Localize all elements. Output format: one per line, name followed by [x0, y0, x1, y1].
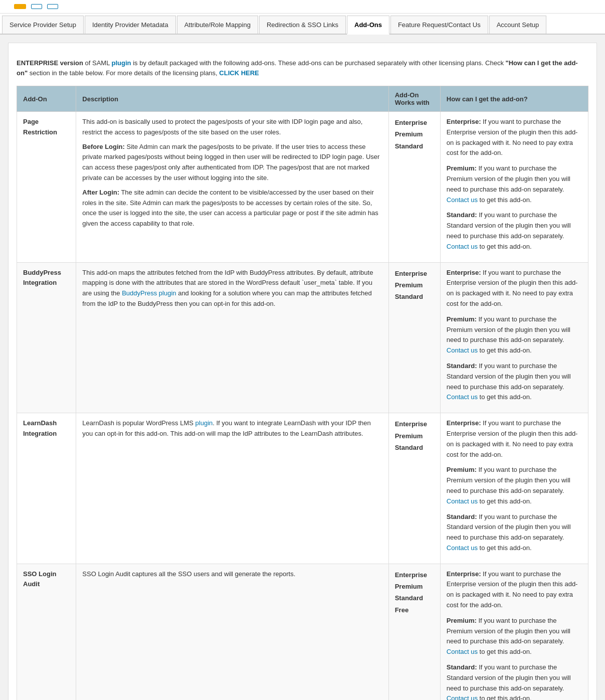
how-can-i-get-strong: "How can I get the add-on" [17, 59, 578, 77]
tab-service-provider[interactable]: Service Provider Setup [2, 16, 84, 34]
tab-identity-provider[interactable]: Identity Provider Metadata [85, 16, 176, 34]
table-header-0: Add-On [17, 86, 76, 112]
table-header: Add-OnDescriptionAdd-On Works withHow ca… [17, 86, 588, 112]
tab-feature-request[interactable]: Feature Request/Contact Us [390, 16, 488, 34]
works-with-item: Enterprise [395, 117, 434, 128]
addon-works-with-cell: EnterprisePremiumStandard [388, 112, 440, 263]
works-with-item: Premium [395, 430, 434, 442]
works-with-item: Standard [395, 592, 434, 604]
addon-name: Page Restriction [23, 118, 57, 136]
how-block-1: Premium: If you want to purchase the Pre… [447, 616, 582, 657]
saml-plugin-link[interactable]: plugin [112, 59, 131, 67]
how-label: Standard: [447, 513, 477, 520]
enterprise-strong: ENTERPRISE version [17, 59, 83, 67]
addon-name: BuddyPress Integration [23, 269, 61, 287]
how-block-1: Premium: If you want to purchase the Pre… [447, 465, 582, 506]
how-label: Enterprise: [447, 118, 481, 125]
works-with-item: Standard [395, 291, 434, 302]
how-block-0: Enterprise: If you want to purchase the … [447, 569, 582, 611]
ask-questions-link[interactable] [47, 4, 58, 9]
addon-how-cell: Enterprise: If you want to purchase the … [440, 413, 588, 564]
desc-para: LearnDash is popular WordPress LMS plugi… [82, 418, 382, 439]
contact-link[interactable]: Contact us [447, 393, 478, 401]
addon-name-cell: LearnDash Integration [17, 413, 76, 564]
addon-works-with-cell: EnterprisePremiumStandardFree [388, 564, 440, 700]
table-header-3: How can I get the add-on? [440, 86, 588, 112]
table-row: SSO Login AuditSSO Login Audit captures … [17, 564, 588, 700]
header [0, 0, 605, 14]
content-box: ENTERPRISE version of SAML plugin is by … [8, 43, 597, 700]
tab-redirection-sso[interactable]: Redirection & SSO Links [259, 16, 346, 34]
addons-table: Add-OnDescriptionAdd-On Works withHow ca… [17, 86, 588, 700]
table-body: Page RestrictionThis add-on is basically… [17, 112, 588, 701]
desc-labeled-para: Before Login: Site Admin can mark the pa… [82, 142, 382, 184]
main-content: ENTERPRISE version of SAML plugin is by … [0, 35, 605, 700]
para-label: After Login: [82, 189, 119, 196]
contact-link[interactable]: Contact us [447, 694, 478, 700]
table-header-2: Add-On Works with [388, 86, 440, 112]
addon-how-cell: Enterprise: If you want to purchase the … [440, 112, 588, 263]
desc-para: This add-on maps the attributes fetched … [82, 268, 382, 309]
how-block-2: Standard: If you want to purchase the St… [447, 512, 582, 554]
addon-works-with-cell: EnterprisePremiumStandard [388, 262, 440, 413]
how-label: Premium: [447, 617, 477, 624]
how-block-2: Standard: If you want to purchase the St… [447, 210, 582, 252]
addon-description-cell: This add-on maps the attributes fetched … [76, 262, 388, 413]
how-block-1: Premium: If you want to purchase the Pre… [447, 314, 582, 356]
table-row: Page RestrictionThis add-on is basically… [17, 112, 588, 263]
how-label: Premium: [447, 466, 477, 473]
table-row: BuddyPress IntegrationThis add-on maps t… [17, 262, 588, 413]
works-with-item: Premium [395, 279, 434, 291]
works-with-item: Enterprise [395, 569, 434, 581]
contact-link[interactable]: Contact us [447, 497, 478, 505]
works-with-item: Free [395, 604, 434, 616]
addon-name: SSO Login Audit [23, 570, 56, 588]
desc-para: This add-on is basically used to protect… [82, 117, 382, 138]
addon-how-cell: Enterprise: If you want to purchase the … [440, 262, 588, 413]
how-block-1: Premium: If you want to purchase the Pre… [447, 163, 582, 205]
works-with-item: Premium [395, 581, 434, 592]
licensing-plan-button[interactable] [14, 4, 26, 9]
how-block-0: Enterprise: If you want to purchase the … [447, 268, 582, 309]
works-with-item: Premium [395, 128, 434, 140]
works-with-item: Standard [395, 140, 434, 152]
table-header-1: Description [76, 86, 388, 112]
tab-attribute-role[interactable]: Attribute/Role Mapping [177, 16, 258, 34]
faq-link[interactable] [31, 4, 42, 9]
how-label: Premium: [447, 164, 477, 172]
addon-name-cell: BuddyPress Integration [17, 262, 76, 413]
addon-description-cell: This add-on is basically used to protect… [76, 112, 388, 263]
desc-link[interactable]: plugin [195, 419, 213, 427]
how-block-2: Standard: If you want to purchase the St… [447, 662, 582, 700]
how-label: Standard: [447, 211, 477, 219]
addon-works-with-cell: EnterprisePremiumStandard [388, 413, 440, 564]
how-label: Standard: [447, 663, 477, 671]
tab-add-ons[interactable]: Add-Ons [347, 16, 389, 35]
how-block-0: Enterprise: If you want to purchase the … [447, 418, 582, 460]
contact-link[interactable]: Contact us [447, 196, 478, 204]
works-with-item: Standard [395, 442, 434, 453]
table-row: LearnDash IntegrationLearnDash is popula… [17, 413, 588, 564]
intro-text: ENTERPRISE version of SAML plugin is by … [17, 58, 588, 78]
works-with-item: Enterprise [395, 418, 434, 430]
tab-account-setup[interactable]: Account Setup [489, 16, 547, 34]
how-label: Standard: [447, 362, 477, 370]
para-label: Before Login: [82, 143, 125, 150]
how-label: Premium: [447, 315, 477, 323]
how-label: Enterprise: [447, 570, 481, 578]
works-with-item: Enterprise [395, 268, 434, 279]
contact-link[interactable]: Contact us [447, 648, 478, 655]
contact-link[interactable]: Contact us [447, 346, 478, 354]
addon-name-cell: SSO Login Audit [17, 564, 76, 700]
how-label: Enterprise: [447, 269, 481, 276]
addon-how-cell: Enterprise: If you want to purchase the … [440, 564, 588, 700]
desc-link[interactable]: BuddyPress plugin [122, 289, 176, 297]
contact-link[interactable]: Contact us [447, 243, 478, 250]
addon-name-cell: Page Restriction [17, 112, 76, 263]
contact-link[interactable]: Contact us [447, 544, 478, 552]
addon-description-cell: SSO Login Audit captures all the SSO use… [76, 564, 388, 700]
click-here-link[interactable]: CLICK HERE [219, 69, 259, 77]
addon-name: LearnDash Integration [23, 419, 57, 437]
tab-bar: Service Provider SetupIdentity Provider … [0, 14, 605, 35]
addon-description-cell: LearnDash is popular WordPress LMS plugi… [76, 413, 388, 564]
